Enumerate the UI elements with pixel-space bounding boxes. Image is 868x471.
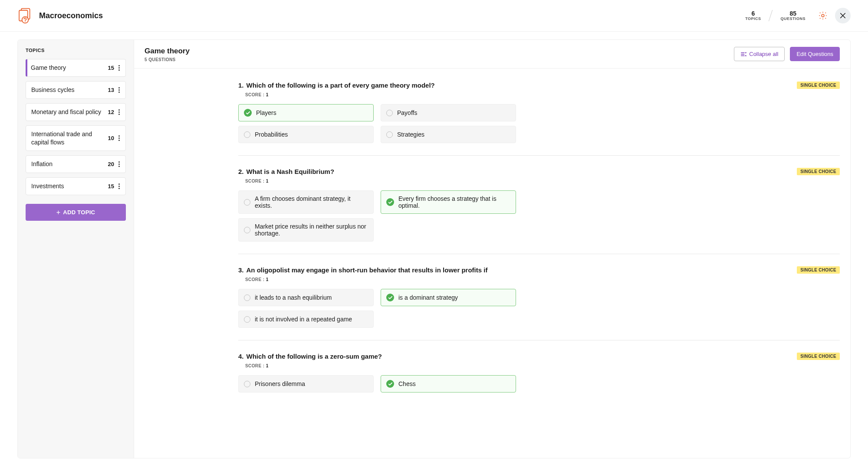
stat-questions-label: Questions [780,16,806,21]
answer-label: A firm chooses dominant strategy, it exi… [255,195,368,209]
answer-option[interactable]: Payoffs [381,104,516,121]
radio-icon [244,131,250,138]
edit-questions-label: Edit Questions [796,51,833,57]
answer-label: it is not involved in a repeated game [255,316,352,323]
content-header: Game theory 5 questions Collapse all Edi… [134,40,850,69]
answer-label: it leads to a nash equilibrium [255,294,332,301]
collapse-all-button[interactable]: Collapse all [734,47,785,61]
sidebar-item-topic[interactable]: International trade and capital flows10 [26,125,126,151]
topic-menu-button[interactable] [118,135,120,141]
check-icon [386,198,394,206]
check-icon [244,109,252,117]
edit-questions-button[interactable]: Edit Questions [790,47,840,61]
answer-label: Chess [398,380,416,387]
question: 3.An oligopolist may engage in short-run… [238,254,840,328]
question: 1.Which of the following is a part of ev… [238,82,840,143]
answer-label: is a dominant strategy [398,294,458,301]
question-score: Score : 1 [245,92,840,97]
topic-list: Game theory15Business cycles13Monetary a… [26,59,126,195]
close-button[interactable] [835,8,851,23]
answer-label: Payoffs [397,109,417,116]
sidebar-item-topic[interactable]: Investments15 [26,177,126,195]
stat-topics: 6 Topics [745,10,761,21]
stat-questions: 85 Questions [780,10,806,21]
stat-separator [769,10,773,21]
answer-option[interactable]: Strategies [381,126,516,143]
answer-option[interactable]: Probabilities [238,126,374,143]
question-options: A firm chooses dominant strategy, it exi… [238,190,516,242]
stat-topics-label: Topics [745,16,761,21]
topic-menu-button[interactable] [118,183,120,189]
sidebar-item-topic[interactable]: Game theory15 [26,59,126,77]
answer-label: Players [256,109,276,116]
content-panel: Game theory 5 questions Collapse all Edi… [134,40,850,458]
question: 4.Which of the following is a zero-sum g… [238,340,840,392]
content-subtitle: 5 questions [145,57,734,62]
radio-icon [244,199,250,206]
topic-name: International trade and capital flows [31,130,108,147]
answer-label: Probabilities [255,131,288,138]
answer-option[interactable]: Players [238,104,374,121]
course-icon [17,8,33,23]
topic-count: 12 [108,109,114,115]
question-type-badge: SINGLE CHOICE [797,168,840,175]
header-stats: 6 Topics 85 Questions [745,10,806,21]
radio-icon [386,110,393,116]
check-icon [386,294,394,301]
course-title: Macroeconomics [39,11,745,20]
question-number: 1. [238,82,244,89]
radio-icon [244,381,250,387]
question-number: 3. [238,266,244,274]
answer-option[interactable]: Every firm chooses a strategy that is op… [381,190,516,214]
question-type-badge: SINGLE CHOICE [797,266,840,274]
answer-label: Every firm chooses a strategy that is op… [398,195,510,209]
answer-option[interactable]: is a dominant strategy [381,289,516,306]
sidebar-item-topic[interactable]: Inflation20 [26,155,126,173]
radio-icon [244,316,250,323]
topic-name: Monetary and fiscal policy [31,108,108,116]
topic-name: Business cycles [31,86,108,94]
close-icon [839,12,847,20]
main-panel: Topics Game theory15Business cycles13Mon… [17,39,851,458]
topic-count: 10 [108,135,114,141]
answer-option[interactable]: Market price results in neither surplus … [238,218,374,242]
answer-label: Market price results in neither surplus … [255,223,368,237]
answer-option[interactable]: it is not involved in a repeated game [238,311,374,328]
settings-button[interactable] [815,8,831,23]
answer-option[interactable]: Prisoners dilemma [238,375,374,392]
svg-point-3 [822,14,824,17]
answer-option[interactable]: Chess [381,375,516,392]
topic-menu-button[interactable] [118,109,120,115]
topic-name: Game theory [31,64,108,72]
question-list: 1.Which of the following is a part of ev… [134,69,850,458]
answer-label: Strategies [397,131,424,138]
answer-label: Prisoners dilemma [255,380,305,387]
check-icon [386,380,394,388]
radio-icon [244,294,250,301]
sidebar-item-topic[interactable]: Monetary and fiscal policy12 [26,103,126,121]
topic-menu-button[interactable] [118,161,120,167]
stat-questions-count: 85 [780,10,806,16]
add-topic-label: ADD TOPIC [63,209,95,216]
add-topic-button[interactable]: + ADD TOPIC [26,204,126,221]
topic-menu-button[interactable] [118,65,120,71]
collapse-all-label: Collapse all [749,51,778,57]
question-text: What is a Nash Equilibrium? [247,168,789,175]
stat-topics-count: 6 [745,10,761,16]
question-text: Which of the following is a part of ever… [247,82,789,89]
question-type-badge: SINGLE CHOICE [797,82,840,89]
question-text: An oligopolist may engage in short-run b… [247,266,789,274]
question-score: Score : 1 [245,363,840,368]
sidebar-item-topic[interactable]: Business cycles13 [26,81,126,99]
gear-icon [818,11,828,20]
answer-option[interactable]: A firm chooses dominant strategy, it exi… [238,190,374,214]
topic-count: 20 [108,161,114,167]
question-number: 4. [238,353,244,360]
answer-option[interactable]: it leads to a nash equilibrium [238,289,374,306]
question: 2.What is a Nash Equilibrium?SINGLE CHOI… [238,155,840,242]
topic-menu-button[interactable] [118,87,120,93]
question-options: PlayersPayoffsProbabilitiesStrategies [238,104,516,143]
radio-icon [244,227,250,233]
page-header: Macroeconomics 6 Topics 85 Questions [0,0,868,32]
radio-icon [386,131,393,138]
